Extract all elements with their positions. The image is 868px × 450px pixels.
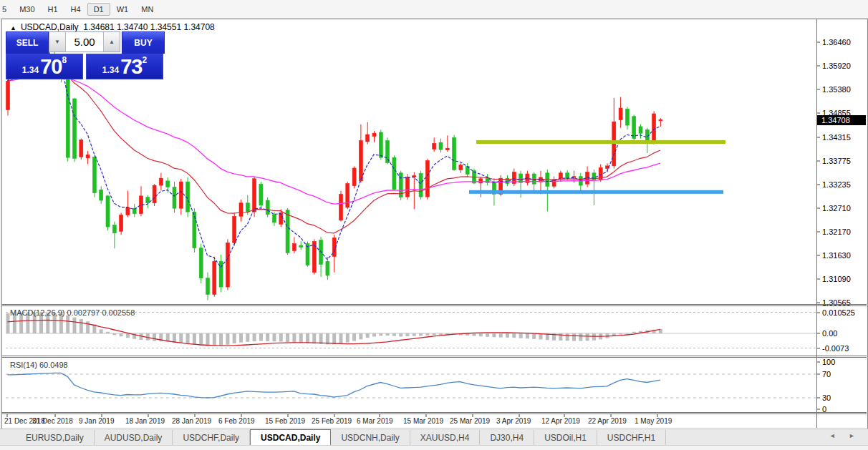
chart-tab-xauusd-h4[interactable]: XAUUSD,H4	[410, 430, 481, 446]
timeframe-d1[interactable]: D1	[87, 3, 110, 16]
chart-tab-usdchf-h1[interactable]: USDCHF,H1	[597, 430, 666, 446]
sell-price-prefix: 1.34	[22, 64, 39, 77]
date-axis-label: 9 Jan 2019	[79, 417, 115, 425]
price-axis-label: 1.31630	[822, 251, 851, 260]
date-axis-label: 1 May 2019	[635, 417, 672, 425]
volume-input[interactable]: 5.00	[66, 32, 103, 52]
price-axis-label: 1.32710	[822, 204, 851, 212]
date-axis-label: 22 Apr 2019	[588, 417, 627, 425]
sell-price-panel[interactable]: 1.34 70 8	[6, 54, 83, 79]
date-axis-label: 28 Jan 2019	[172, 417, 211, 425]
timeframe-m30[interactable]: M30	[13, 3, 41, 16]
sell-price-sup: 8	[62, 56, 67, 64]
macd-axis-label: -0.0073	[822, 344, 849, 353]
date-axis-label: 3 Apr 2019	[496, 417, 531, 425]
rsi-axis-label: 30	[822, 393, 831, 402]
date-axis-label: 18 Jan 2019	[125, 417, 165, 425]
chart-title: ▲USDCAD,Daily 1.34681 1.34740 1.34551 1.…	[10, 22, 215, 32]
date-axis-label: 6 Mar 2019	[357, 417, 393, 425]
macd-axis-label: 0.00	[822, 329, 837, 338]
chart-tab-eurusd-daily[interactable]: EURUSD,Daily	[16, 430, 95, 446]
timeframe-5[interactable]: 5	[0, 3, 13, 16]
macd-label: MACD(12,26,9) 0.002797 0.002558	[10, 308, 135, 317]
chart-symbol-label: USDCAD,Daily	[21, 22, 79, 32]
status-strip	[0, 445, 868, 450]
date-axis-label: 15 Feb 2019	[265, 417, 305, 425]
volume-increase-button[interactable]: ▲	[103, 32, 120, 52]
price-axis-label: 1.32170	[822, 228, 851, 236]
buy-button[interactable]: BUY	[122, 31, 165, 54]
chart-window	[1, 19, 868, 429]
volume-box: ▼ 5.00 ▲	[49, 31, 120, 52]
mt4-window: 5M30H1H4D1W1MN ▲USDCAD,Daily 1.34681 1.3…	[0, 0, 868, 450]
timeframe-w1[interactable]: W1	[110, 3, 135, 16]
chart-tab-usdcad-daily[interactable]: USDCAD,Daily	[250, 429, 331, 446]
rsi-axis-label: 70	[822, 370, 831, 378]
date-axis-label: 31 Dec 2018	[32, 417, 73, 425]
chart-ohlc-values: 1.34681 1.34740 1.34551 1.34708	[83, 22, 215, 32]
sell-button[interactable]: SELL	[6, 31, 49, 54]
timeframe-h4[interactable]: H4	[64, 3, 87, 16]
buy-price-panel[interactable]: 1.34 73 2	[86, 54, 163, 79]
current-price-marker: 1.34708	[817, 115, 866, 125]
chart-tab-bar: EURUSD,DailyAUDUSD,DailyUSDCHF,DailyUSDC…	[0, 429, 868, 446]
spin-down-icon: ▼	[54, 39, 60, 45]
tab-scroll-arrows[interactable]: ◄ ►	[829, 432, 861, 439]
price-axis-label: 1.33235	[822, 180, 851, 189]
collapse-chart-icon[interactable]: ▲	[10, 24, 16, 31]
timeframe-mn[interactable]: MN	[135, 3, 160, 16]
date-axis-label: 25 Mar 2019	[450, 417, 490, 425]
date-axis-label: 15 Mar 2019	[403, 417, 443, 425]
chart-tab-dj30-h4[interactable]: DJ30,H4	[480, 430, 534, 446]
macd-axis-label: 0.010525	[822, 308, 855, 317]
price-axis-label: 1.33775	[822, 157, 851, 165]
buy-price-sup: 2	[142, 56, 147, 64]
date-axis-label: 25 Feb 2019	[312, 417, 352, 425]
rsi-label: RSI(14) 60.0498	[10, 361, 68, 369]
one-click-trading-widget: SELL ▼ 5.00 ▲ BUY 1.34 70 8 1.34 73 2	[6, 31, 163, 79]
chart-tab-usdchf-daily[interactable]: USDCHF,Daily	[173, 430, 250, 446]
chart-tab-audusd-daily[interactable]: AUDUSD,Daily	[95, 430, 173, 446]
date-axis-label: 6 Feb 2019	[218, 417, 255, 425]
buy-price-prefix: 1.34	[102, 64, 119, 77]
price-axis-label: 1.34315	[822, 133, 851, 142]
date-axis-label: 12 Apr 2019	[541, 417, 580, 425]
chart-tab-usdcnh-daily[interactable]: USDCNH,Daily	[331, 430, 410, 446]
timeframe-toolbar: 5M30H1H4D1W1MN	[0, 0, 868, 19]
price-axis-label: 1.35920	[822, 62, 851, 70]
price-axis-label: 1.35380	[822, 85, 851, 94]
rsi-axis-label: 100	[822, 358, 835, 366]
volume-decrease-button[interactable]: ▼	[49, 32, 66, 52]
chart-tab-usdoil-h1[interactable]: USDOil,H1	[534, 430, 597, 446]
spin-up-icon: ▲	[109, 39, 115, 45]
timeframe-h1[interactable]: H1	[42, 3, 64, 16]
sell-price-big: 70	[40, 57, 62, 77]
buy-price-big: 73	[120, 57, 142, 77]
price-axis-label: 1.36460	[822, 38, 851, 47]
price-axis-label: 1.31090	[822, 275, 851, 283]
